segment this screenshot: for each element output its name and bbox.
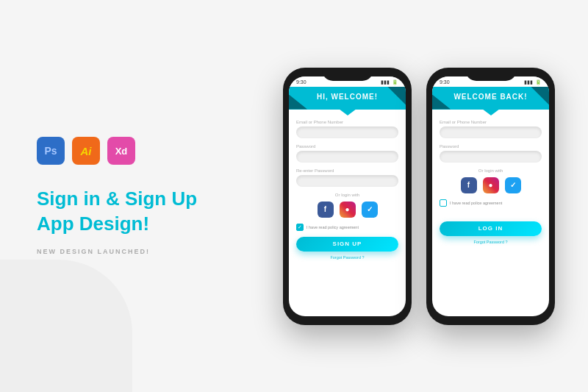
login-header-title: WELCOME BACK! (440, 93, 542, 101)
policy-row-signup: ✓ I have read policy agreement (296, 224, 398, 231)
illustrator-icon: Ai (72, 137, 100, 165)
field-password-login[interactable] (440, 151, 542, 163)
login-form: Email or Phone Number Password Or login … (432, 110, 549, 250)
instagram-button-signup[interactable]: ● (340, 202, 356, 218)
phone-screen-signup: 9:30 ▮▮▮ 🔋 HI, WELCOME! Email or Phone N… (289, 76, 406, 316)
signup-button[interactable]: SIGN UP (296, 237, 398, 252)
field-label-3: Re-enter Password (296, 168, 398, 173)
status-time: 9:30 (296, 79, 306, 85)
social-icons-login: f ● ✓ (440, 177, 542, 193)
policy-checkbox-signup[interactable]: ✓ (296, 224, 304, 231)
policy-text-login: I have read police agreement (450, 201, 502, 205)
photoshop-icon: Ps (37, 137, 65, 165)
policy-row-login: I have read police agreement (440, 199, 542, 207)
status-right: ▮▮▮ 🔋 (381, 79, 398, 85)
field-email-login[interactable] (440, 126, 542, 138)
field-label-password-login: Password (440, 144, 542, 149)
forgot-password-signup[interactable]: Forgot Password ? (296, 255, 398, 260)
signup-phone: 9:30 ▮▮▮ 🔋 HI, WELCOME! Email or Phone N… (283, 68, 412, 325)
login-header: WELCOME BACK! (432, 87, 549, 110)
forgot-password-login[interactable]: Forgot Password ? (440, 240, 542, 244)
instagram-button-login[interactable]: ● (483, 177, 499, 193)
signup-header: HI, WELCOME! (289, 87, 406, 110)
twitter-button-login[interactable]: ✓ (505, 177, 521, 193)
tool-icons-row: Ps Ai Xd (37, 137, 213, 165)
subtitle-text: NEW DESIGN LAUNCHED! (37, 248, 213, 255)
signup-header-title: HI, WELCOME! (296, 93, 398, 101)
field-label-1: Email or Phone Number (296, 120, 398, 124)
xd-icon: Xd (107, 137, 135, 165)
facebook-button-login[interactable]: f (461, 177, 477, 193)
policy-checkbox-login[interactable] (440, 199, 447, 207)
signal-icon-2: ▮▮▮ (524, 79, 533, 85)
signal-icon: ▮▮▮ (381, 79, 390, 85)
checkmark-icon: ✓ (298, 224, 302, 229)
phone-notch-2 (465, 68, 517, 81)
twitter-button-signup[interactable]: ✓ (362, 202, 378, 218)
main-title: Sign in & Sign Up App Design! (37, 187, 213, 237)
social-icons-signup: f ● ✓ (296, 202, 398, 218)
or-login-text-2: Or login with (440, 168, 542, 173)
battery-icon: 🔋 (392, 79, 398, 85)
field-password-signup[interactable] (296, 151, 398, 163)
field-email-signup[interactable] (296, 126, 398, 138)
status-time-2: 9:30 (440, 79, 450, 85)
left-panel: Ps Ai Xd Sign in & Sign Up App Design! N… (0, 0, 250, 392)
signup-form: Email or Phone Number Password Re-enter … (289, 110, 406, 266)
phone-notch (322, 68, 373, 81)
battery-icon-2: 🔋 (535, 79, 542, 85)
field-reenter-password[interactable] (296, 175, 398, 187)
login-button[interactable]: LOG IN (440, 221, 542, 236)
status-right-2: ▮▮▮ 🔋 (524, 79, 542, 85)
field-label-email-login: Email or Phone Number (440, 120, 542, 124)
policy-text-signup: I have read policy agreement (306, 225, 359, 229)
login-phone: 9:30 ▮▮▮ 🔋 WELCOME BACK! Email or Phone … (426, 68, 555, 325)
or-login-text: Or login with (296, 193, 398, 197)
field-label-2: Password (296, 144, 398, 149)
phones-area: 9:30 ▮▮▮ 🔋 HI, WELCOME! Email or Phone N… (250, 0, 588, 392)
facebook-button-signup[interactable]: f (318, 202, 334, 218)
phone-screen-login: 9:30 ▮▮▮ 🔋 WELCOME BACK! Email or Phone … (432, 76, 549, 316)
